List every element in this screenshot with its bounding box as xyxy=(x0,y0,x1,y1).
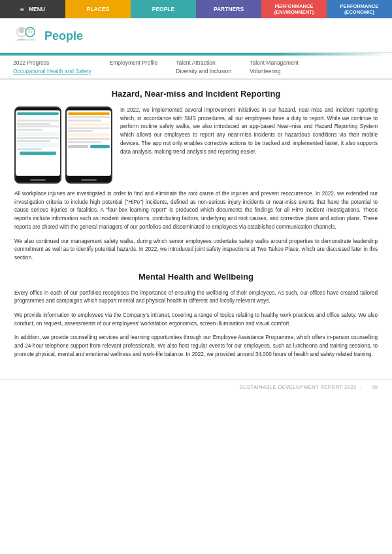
screen-row xyxy=(68,138,110,140)
screen-row xyxy=(17,125,59,127)
phone-mock-1 xyxy=(14,106,61,184)
page-title: People xyxy=(44,29,83,43)
screen-button xyxy=(20,152,56,155)
sub-nav-col-4: Talent Management Volunteering xyxy=(250,59,299,74)
screen-row xyxy=(17,123,50,125)
sub-nav-employment[interactable]: Employment Profile xyxy=(110,59,158,66)
mental-text-2: We provide information to employees via … xyxy=(14,312,378,328)
screen-buttons-row xyxy=(68,145,110,148)
svg-point-3 xyxy=(27,28,33,33)
screen-row xyxy=(68,130,93,132)
phone-screen-2 xyxy=(67,110,111,176)
mental-section: Mental Health and Wellbeing Every office… xyxy=(14,272,378,359)
menu-icon: ≡ xyxy=(20,6,24,13)
footer-page-number: 99 xyxy=(372,384,378,390)
phone-mockups xyxy=(14,106,112,184)
phone-home-bar xyxy=(30,179,46,181)
hazard-title: Hazard, Near-miss and Incident Reporting xyxy=(14,89,378,99)
nav-performance-env[interactable]: PERFORMANCE (ENVIRONMENT) xyxy=(261,0,327,18)
sub-nav-diversity[interactable]: Diversity and Inclusion xyxy=(176,68,231,74)
nav-performance-eco[interactable]: PERFORMANCE (ECONOMIC) xyxy=(327,0,392,18)
screen-row xyxy=(68,141,101,143)
screen-input xyxy=(68,123,110,126)
nav-menu-label: MENU xyxy=(29,6,45,12)
hazard-top-block: In 2022, we implemented several improvem… xyxy=(14,106,378,184)
hazard-section: Hazard, Near-miss and Incident Reporting xyxy=(14,89,378,263)
svg-point-1 xyxy=(19,28,24,33)
screen-row xyxy=(17,148,42,150)
page-footer: SUSTAINABLE DEVELOPMENT REPORT 2022 | 99 xyxy=(0,380,392,393)
mental-title: Mental Health and Wellbeing xyxy=(14,272,378,282)
sub-nav-2022-progress[interactable]: 2022 Progress xyxy=(13,59,91,66)
nav-partners[interactable]: PARTNERS xyxy=(196,0,261,18)
hazard-text-1: In 2022, we implemented several improvem… xyxy=(120,106,378,184)
screen-row xyxy=(17,137,59,139)
sub-nav-volunteering[interactable]: Volunteering xyxy=(250,68,299,74)
sub-nav-ohs[interactable]: Occupational Health and Safety xyxy=(13,68,91,74)
sub-nav-col-1: 2022 Progress Occupational Health and Sa… xyxy=(13,59,91,74)
hazard-text-2: All workplace injuries are investigated … xyxy=(14,190,378,232)
people-icon xyxy=(13,24,38,48)
screen-btn-cancel xyxy=(68,145,88,148)
screen-row xyxy=(17,120,59,122)
nav-people[interactable]: PEOPLE xyxy=(131,0,196,18)
hazard-text-3: We also continued our management safety … xyxy=(14,238,378,263)
screen-input xyxy=(17,143,59,147)
screen-bar-teal xyxy=(17,112,59,115)
sub-nav-col-3: Talent Attraction Diversity and Inclusio… xyxy=(176,59,231,74)
phone-home-bar xyxy=(81,179,97,181)
nav-performance-eco-label: PERFORMANCE (ECONOMIC) xyxy=(327,3,392,15)
screen-row xyxy=(17,140,50,142)
sub-nav-col-2: Employment Profile xyxy=(110,59,158,74)
sub-nav-talent-management[interactable]: Talent Management xyxy=(250,59,299,66)
screen-input xyxy=(17,132,59,136)
navigation-bar: ≡ MENU PLACES PEOPLE PARTNERS PERFORMANC… xyxy=(0,0,392,18)
screen-row xyxy=(68,127,110,129)
nav-places[interactable]: PLACES xyxy=(65,0,131,18)
nav-partners-label: PARTNERS xyxy=(214,6,244,12)
sub-navigation: 2022 Progress Occupational Health and Sa… xyxy=(0,56,392,80)
phone-screen-1 xyxy=(16,110,60,176)
mental-text-1: Every office in each of our portfolios r… xyxy=(14,289,378,306)
screen-row xyxy=(68,120,101,122)
screen-bar-orange xyxy=(68,112,110,115)
footer-report-label: SUSTAINABLE DEVELOPMENT REPORT 2022 xyxy=(240,384,357,390)
nav-performance-env-label: PERFORMANCE (ENVIRONMENT) xyxy=(261,3,327,15)
screen-row xyxy=(68,116,110,118)
screen-input xyxy=(68,133,110,137)
nav-places-label: PLACES xyxy=(87,6,109,12)
mental-text-3: In addition, we provide counselling serv… xyxy=(14,334,378,359)
main-content: Hazard, Near-miss and Incident Reporting xyxy=(0,80,392,377)
page-header: People xyxy=(0,18,392,53)
screen-bar-grey xyxy=(17,116,59,118)
footer-divider: | xyxy=(361,384,362,390)
phone-mock-2 xyxy=(65,106,112,184)
nav-people-label: PEOPLE xyxy=(152,6,174,12)
screen-row xyxy=(17,129,42,131)
sub-nav-talent-attraction[interactable]: Talent Attraction xyxy=(176,59,231,66)
nav-menu[interactable]: ≡ MENU xyxy=(0,0,65,18)
screen-btn-confirm xyxy=(90,145,110,148)
